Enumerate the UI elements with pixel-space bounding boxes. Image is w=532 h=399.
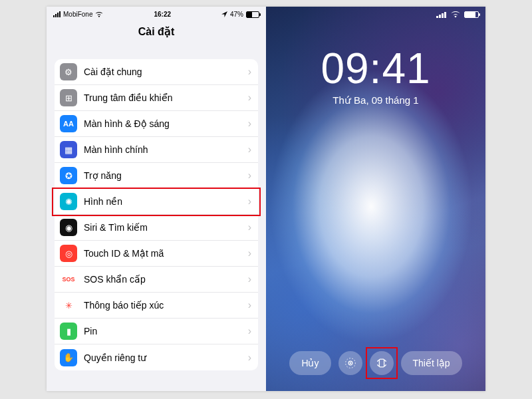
- svg-rect-0: [436, 16, 438, 18]
- settings-row-label: Trợ năng: [84, 170, 248, 181]
- chevron-right-icon: ›: [248, 299, 251, 311]
- settings-row-battery[interactable]: ▮Pin›: [55, 319, 258, 344]
- preview-dock: Hủy Thiết lập: [266, 351, 485, 375]
- svg-rect-3: [444, 12, 446, 18]
- battery-icon: [464, 11, 479, 18]
- settings-row-label: Cài đặt chung: [84, 66, 248, 77]
- chevron-right-icon: ›: [248, 273, 251, 285]
- settings-row-label: Trung tâm điều khiển: [84, 92, 248, 103]
- wallpaper-icon: ✺: [60, 193, 77, 210]
- settings-row-label: Thông báo tiếp xúc: [84, 300, 248, 311]
- svg-rect-1: [439, 15, 441, 18]
- display-icon: AA: [60, 115, 77, 132]
- live-photo-icon: [344, 357, 356, 369]
- settings-row-siri[interactable]: ◉Siri & Tìm kiếm›: [55, 215, 258, 241]
- cancel-button[interactable]: Hủy: [289, 351, 331, 375]
- settings-row-label: Quyền riêng tư: [84, 352, 248, 363]
- chevron-right-icon: ›: [248, 170, 251, 182]
- svg-rect-2: [442, 13, 444, 18]
- sos-icon: SOS: [60, 271, 77, 288]
- svg-point-5: [349, 362, 351, 364]
- settings-row-touch-id[interactable]: ◎Touch ID & Mật mã›: [55, 241, 258, 267]
- settings-row-gear[interactable]: ⚙Cài đặt chung›: [55, 59, 258, 85]
- status-bar: [266, 7, 485, 20]
- settings-row-control-center[interactable]: ⊞Trung tâm điều khiển›: [55, 85, 258, 111]
- lock-date: Thứ Ba, 09 tháng 1: [266, 94, 485, 106]
- chevron-right-icon: ›: [248, 247, 251, 259]
- battery-pct: 47%: [230, 11, 243, 18]
- perspective-button[interactable]: [370, 351, 394, 375]
- chevron-right-icon: ›: [248, 196, 251, 207]
- privacy-icon: ✋: [60, 349, 77, 366]
- settings-row-sos[interactable]: SOSSOS khẩn cấp›: [55, 267, 258, 293]
- chevron-right-icon: ›: [248, 352, 251, 364]
- settings-row-label: Siri & Tìm kiếm: [84, 222, 248, 233]
- settings-row-privacy[interactable]: ✋Quyền riêng tư›: [55, 344, 258, 370]
- gear-icon: ⚙: [60, 63, 77, 80]
- settings-screen: MobiFone 16:22 47% Cài đặt ⚙Cài đặt chun…: [47, 7, 266, 391]
- chevron-right-icon: ›: [248, 221, 251, 233]
- location-icon: [221, 11, 227, 17]
- signal-icon: [53, 11, 61, 17]
- chevron-right-icon: ›: [248, 66, 251, 78]
- settings-row-label: Màn hình & Độ sáng: [84, 118, 248, 129]
- siri-icon: ◉: [60, 219, 77, 236]
- status-bar: MobiFone 16:22 47%: [47, 7, 266, 20]
- settings-row-label: Hình nền: [84, 196, 248, 207]
- chevron-right-icon: ›: [248, 92, 251, 104]
- exposure-icon: ✳: [60, 297, 77, 314]
- battery-icon: ▮: [60, 323, 77, 340]
- live-photo-button[interactable]: [338, 351, 362, 375]
- settings-row-exposure[interactable]: ✳Thông báo tiếp xúc›: [55, 293, 258, 319]
- settings-row-display[interactable]: AAMàn hình & Độ sáng›: [55, 111, 258, 137]
- touch-id-icon: ◎: [60, 245, 77, 262]
- home-screen-icon: ▦: [60, 141, 77, 158]
- control-center-icon: ⊞: [60, 89, 77, 106]
- settings-row-label: SOS khẩn cấp: [84, 274, 248, 285]
- settings-row-label: Touch ID & Mật mã: [84, 248, 248, 259]
- signal-icon: [436, 11, 447, 18]
- settings-row-wallpaper[interactable]: ✺Hình nền›: [55, 189, 258, 215]
- wallpaper-preview-screen: 09:41 Thứ Ba, 09 tháng 1 Hủy Thiết lập: [266, 7, 485, 391]
- settings-row-home-screen[interactable]: ▦Màn hình chính›: [55, 137, 258, 163]
- settings-row-accessibility[interactable]: ✪Trợ năng›: [55, 163, 258, 189]
- status-time: 16:22: [103, 11, 221, 18]
- chevron-right-icon: ›: [248, 118, 251, 130]
- settings-row-label: Pin: [84, 326, 248, 336]
- perspective-icon: [376, 357, 388, 369]
- accessibility-icon: ✪: [60, 167, 77, 184]
- wifi-icon: [451, 11, 460, 18]
- carrier-label: MobiFone: [63, 11, 92, 18]
- svg-rect-7: [379, 359, 384, 367]
- settings-list: ⚙Cài đặt chung›⊞Trung tâm điều khiển›AAM…: [55, 59, 258, 370]
- chevron-right-icon: ›: [248, 325, 251, 337]
- wifi-icon: [95, 11, 103, 18]
- set-button[interactable]: Thiết lập: [401, 351, 462, 375]
- chevron-right-icon: ›: [248, 144, 251, 156]
- page-title: Cài đặt: [47, 20, 266, 46]
- settings-row-label: Màn hình chính: [84, 144, 248, 155]
- lock-clock: 09:41: [266, 44, 485, 93]
- battery-icon: [246, 11, 259, 18]
